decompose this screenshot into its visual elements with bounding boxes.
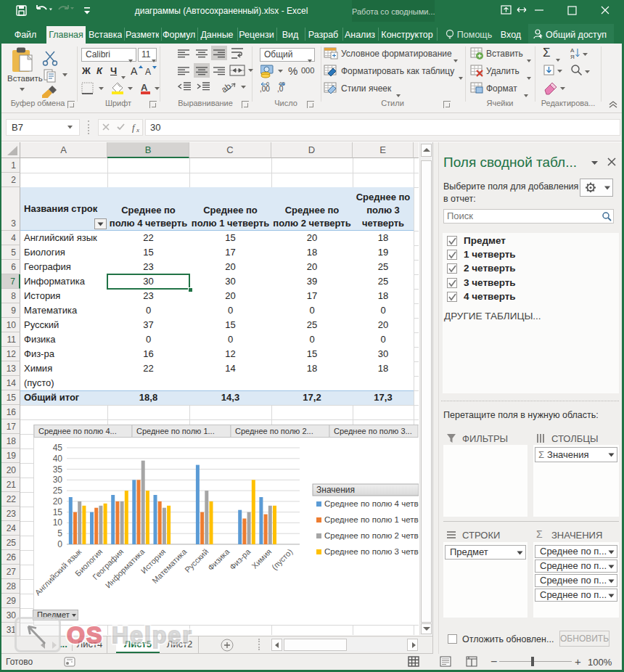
svg-text:35: 35: [53, 464, 63, 475]
svg-text:40: 40: [53, 454, 63, 464]
svg-text:ab: ab: [222, 81, 234, 94]
svg-text:OS: OS: [67, 622, 103, 648]
svg-text:Физ-ра: Физ-ра: [228, 546, 253, 571]
svg-text:Среднее по полю 3 четве: Среднее по полю 3 четве: [324, 547, 419, 556]
svg-text:%: %: [288, 65, 297, 77]
svg-text:20: 20: [53, 496, 63, 507]
svg-text:0: 0: [266, 81, 269, 86]
svg-text:Среднее по полю 2 четве: Среднее по полю 2 четве: [324, 531, 419, 540]
svg-text:x: x: [136, 126, 139, 134]
svg-text:Физика: Физика: [206, 546, 231, 572]
svg-text:Среднее по полю 4...: Среднее по полю 4...: [38, 427, 117, 435]
svg-text:Химия: Химия: [250, 547, 273, 570]
svg-text:10: 10: [53, 517, 63, 528]
svg-text:Среднее по полю 1 четве: Среднее по полю 1 четве: [324, 515, 419, 524]
svg-text:Я: Я: [570, 54, 575, 60]
svg-text:45: 45: [53, 443, 63, 453]
svg-text:Среднее по полю 1...: Среднее по полю 1...: [136, 427, 215, 435]
svg-text:Среднее по полю 3...: Среднее по полю 3...: [334, 427, 412, 435]
svg-text:А: А: [141, 82, 148, 93]
svg-text:(пусто): (пусто): [270, 547, 294, 571]
svg-text:Среднее по полю 2...: Среднее по полю 2...: [235, 427, 313, 435]
svg-text:Русский: Русский: [183, 547, 210, 574]
svg-text:000: 000: [301, 66, 314, 75]
svg-text:15: 15: [53, 507, 63, 517]
svg-text:Среднее по полю 4 четве: Среднее по полю 4 четве: [324, 499, 419, 508]
svg-text:Helper: Helper: [112, 622, 193, 648]
svg-text:0: 0: [57, 539, 62, 549]
svg-text:25: 25: [53, 485, 63, 496]
svg-text:Значения: Значения: [316, 485, 355, 495]
svg-text:Вставить: Вставить: [7, 74, 43, 83]
svg-text:30: 30: [53, 475, 63, 485]
svg-text:А: А: [570, 47, 575, 54]
svg-text:5: 5: [57, 528, 62, 538]
